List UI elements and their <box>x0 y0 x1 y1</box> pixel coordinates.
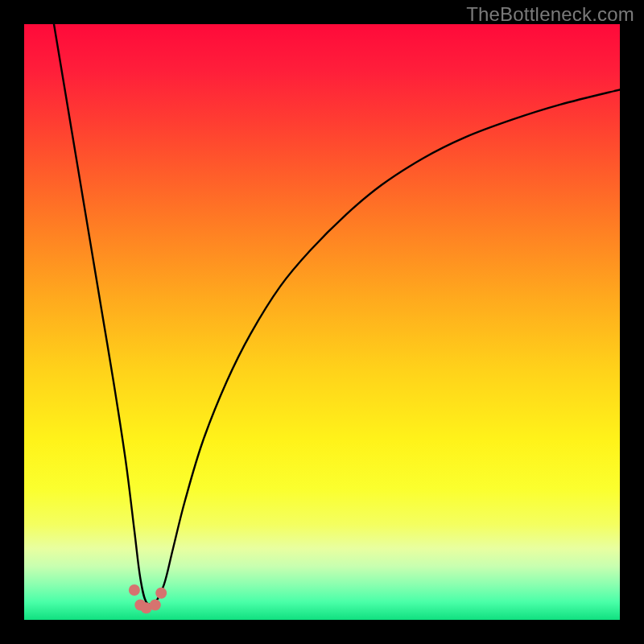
chart-frame: TheBottleneck.com <box>0 0 644 644</box>
curve-layer <box>24 24 620 620</box>
bottleneck-curve <box>54 24 620 605</box>
valley-dot <box>155 588 167 599</box>
valley-dot <box>150 600 161 611</box>
watermark-text: TheBottleneck.com <box>466 3 634 26</box>
plot-area <box>24 24 620 620</box>
valley-dots <box>129 584 167 613</box>
valley-dot <box>129 584 140 596</box>
